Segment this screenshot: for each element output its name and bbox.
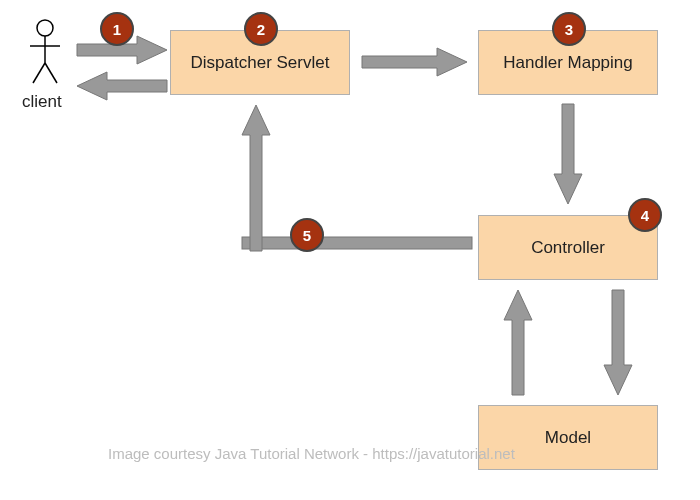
arrow-dispatcher-to-client [77,72,167,100]
image-credit: Image courtesy Java Tutorial Network - h… [108,445,515,462]
model-text: Model [545,428,591,448]
svg-line-3 [33,63,45,83]
client-label: client [22,92,62,112]
client-icon [25,18,65,88]
badge-1: 1 [100,12,134,46]
arrow-controller-to-dispatcher-horizontal [242,235,472,251]
arrow-controller-to-model [604,290,632,395]
arrow-model-to-controller [504,290,532,395]
badge-2: 2 [244,12,278,46]
svg-marker-10 [242,105,270,251]
svg-marker-6 [77,72,167,100]
svg-marker-11 [604,290,632,395]
svg-line-4 [45,63,57,83]
arrow-handler-to-controller [554,104,582,204]
handler-text: Handler Mapping [503,53,632,73]
svg-marker-7 [362,48,467,76]
controller-text: Controller [531,238,605,258]
badge-4: 4 [628,198,662,232]
arrow-dispatcher-to-handler [362,48,467,76]
arrow-controller-to-dispatcher-vertical [242,105,270,251]
badge-5: 5 [290,218,324,252]
svg-point-0 [37,20,53,36]
svg-marker-8 [554,104,582,204]
svg-rect-9 [242,237,472,249]
dispatcher-text: Dispatcher Servlet [191,53,330,73]
badge-3: 3 [552,12,586,46]
svg-marker-12 [504,290,532,395]
